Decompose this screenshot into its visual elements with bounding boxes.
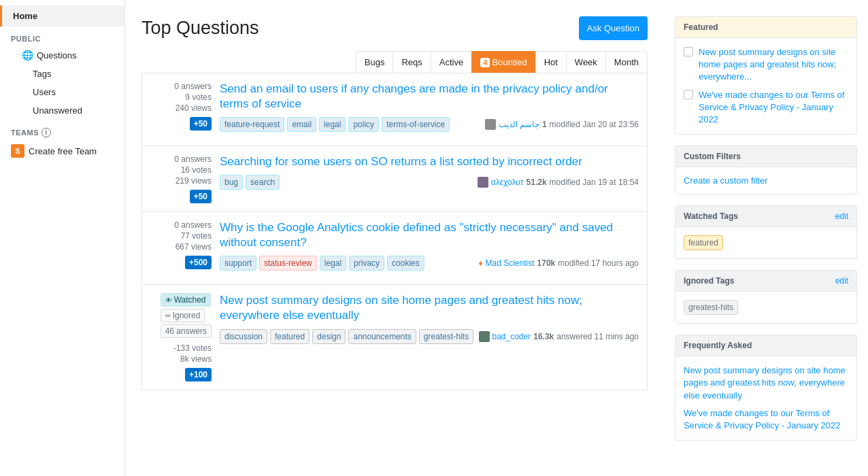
tags-row: support status-review legal privacy cook… xyxy=(220,256,639,271)
frequently-asked-body: New post summary designs on site home pa… xyxy=(675,356,856,440)
ignored-tags-body: greatest-hits xyxy=(675,292,856,323)
views-stat: 240 views xyxy=(176,103,212,113)
views-stat: 667 views xyxy=(176,242,212,252)
bounty-badge: +500 xyxy=(185,256,212,269)
sidebar-item-tags[interactable]: Tags xyxy=(0,65,124,83)
globe-icon: 🌐 xyxy=(22,50,33,61)
watched-badge: 👁 Watched xyxy=(161,293,211,307)
featured-link[interactable]: New post summary designs on site home pa… xyxy=(699,46,848,84)
tag-bug[interactable]: bug xyxy=(220,175,243,190)
question-title[interactable]: Why is the Google Analytics cookie defin… xyxy=(220,220,639,250)
diamond-icon: ♦ xyxy=(478,258,482,268)
list-item: We've made changes to our Terms of Servi… xyxy=(684,407,848,432)
tab-hot[interactable]: Hot xyxy=(535,51,567,73)
question-title[interactable]: Searching for some users on SO returns a… xyxy=(220,154,639,169)
sidebar-item-users[interactable]: Users xyxy=(0,83,124,101)
question-title[interactable]: New post summary designs on site home pa… xyxy=(220,293,639,323)
bountied-badge: 4 xyxy=(480,58,490,67)
create-team-icon: S xyxy=(11,144,24,158)
main-header: Top Questions Ask Question xyxy=(141,16,648,40)
votes-stat: 16 votes xyxy=(181,165,212,175)
main-content: Top Questions Ask Question Bugs Reqs Act… xyxy=(125,0,664,476)
tab-week[interactable]: Week xyxy=(566,51,606,73)
frequently-asked-link[interactable]: New post summary designs on site home pa… xyxy=(684,365,846,400)
question-stats: 0 answers 16 votes 219 views +50 xyxy=(150,154,212,203)
question-stats: 👁 Watched ✏ Ignored 46 answers xyxy=(150,293,212,381)
tab-month[interactable]: Month xyxy=(605,51,648,73)
sidebar-item-unanswered[interactable]: Unanswered xyxy=(0,101,124,120)
frequently-asked-widget: Frequently Asked New post summary design… xyxy=(675,335,857,441)
create-filter-link[interactable]: Create a custom filter xyxy=(684,175,768,186)
views-stat: 8k views xyxy=(180,354,212,364)
ignored-tag[interactable]: greatest-hits xyxy=(684,300,738,315)
featured-widget-header: Featured xyxy=(675,17,856,38)
tab-bugs[interactable]: Bugs xyxy=(356,51,394,73)
tag-cookies[interactable]: cookies xyxy=(387,256,424,271)
tag-status-review[interactable]: status-review xyxy=(259,256,317,271)
question-content: Why is the Google Analytics cookie defin… xyxy=(220,220,639,276)
user-rep: 51.2k xyxy=(527,177,547,187)
sidebar-item-questions[interactable]: 🌐 Questions xyxy=(0,46,124,65)
tag-legal[interactable]: legal xyxy=(319,117,346,132)
question-meta: ♦ Mad Scientist 170k modified 17 hours a… xyxy=(478,258,639,268)
tag-privacy[interactable]: privacy xyxy=(349,256,384,271)
create-team-button[interactable]: S Create free Team xyxy=(0,140,124,162)
bounty-badge: +50 xyxy=(190,190,212,203)
bounty-badge: +100 xyxy=(185,368,212,381)
user-name[interactable]: Mad Scientist xyxy=(486,258,535,268)
watched-tag[interactable]: featured xyxy=(684,235,723,250)
watched-ignored-badges: 👁 Watched ✏ Ignored 46 answers xyxy=(161,293,212,338)
watched-tags-edit[interactable]: edit xyxy=(835,211,848,221)
question-content: Searching for some users on SO returns a… xyxy=(220,154,639,203)
frequently-asked-header: Frequently Asked xyxy=(675,335,856,356)
list-item: New post summary designs on site home pa… xyxy=(684,364,848,402)
custom-filters-body: Create a custom filter xyxy=(675,167,856,194)
tag-tos[interactable]: terms-of-service xyxy=(382,117,450,132)
tag-policy[interactable]: policy xyxy=(348,117,379,132)
ignored-tags-header: Ignored Tags edit xyxy=(675,271,856,292)
answers-stat: 0 answers xyxy=(174,154,212,164)
tag-featured[interactable]: featured xyxy=(270,329,310,344)
question-title[interactable]: Send an email to users if any changes ar… xyxy=(220,82,639,112)
tags-row: feature-request email legal policy terms… xyxy=(220,117,639,132)
tag-announcements[interactable]: announcements xyxy=(348,329,416,344)
user-name[interactable]: bad_coder xyxy=(493,332,531,341)
tab-bountied[interactable]: 4Bountied xyxy=(471,51,535,73)
votes-stat: -133 votes xyxy=(173,343,212,353)
featured-checkbox[interactable] xyxy=(684,90,693,99)
answers-stat: 0 answers xyxy=(174,82,212,91)
featured-checkbox[interactable] xyxy=(684,47,693,56)
teams-info-icon[interactable]: i xyxy=(41,128,51,137)
watched-tags-body: featured xyxy=(675,227,856,258)
ignored-tags-edit[interactable]: edit xyxy=(835,276,848,286)
user-rep: 170k xyxy=(537,258,556,268)
ask-question-button[interactable]: Ask Question xyxy=(579,16,648,40)
featured-link[interactable]: We've made changes to our Terms of Servi… xyxy=(699,89,848,126)
tag-support[interactable]: support xyxy=(220,256,256,271)
sidebar-item-home[interactable]: Home xyxy=(0,5,124,27)
tag-discussion[interactable]: discussion xyxy=(220,329,267,344)
tag-search[interactable]: search xyxy=(246,175,280,190)
ignored-tags-widget: Ignored Tags edit greatest-hits xyxy=(675,270,857,324)
table-row: 0 answers 16 votes 219 views +50 Searchi… xyxy=(142,146,647,212)
tag-greatest-hits[interactable]: greatest-hits xyxy=(419,329,473,344)
tag-email[interactable]: email xyxy=(287,117,316,132)
tag-feature-request[interactable]: feature-request xyxy=(220,117,284,132)
question-meta: bad_coder 16.3k answered 11 mins ago xyxy=(479,331,639,342)
tabs-container: Bugs Reqs Active 4Bountied Hot Week Mont… xyxy=(356,51,648,73)
user-name[interactable]: جاسم الذيب xyxy=(499,120,539,129)
pencil-icon: ✏ xyxy=(165,312,171,320)
tag-design[interactable]: design xyxy=(312,329,346,344)
tags-row: discussion featured design announcements… xyxy=(220,329,639,344)
tab-reqs[interactable]: Reqs xyxy=(393,51,431,73)
questions-list: 0 answers 9 votes 240 views +50 Send an … xyxy=(141,73,648,390)
user-rep: 1 xyxy=(542,120,547,129)
tag-legal[interactable]: legal xyxy=(320,256,346,271)
modified-time: answered 11 mins ago xyxy=(556,332,639,341)
custom-filters-widget: Custom Filters Create a custom filter xyxy=(675,146,857,194)
tab-active[interactable]: Active xyxy=(431,51,472,73)
frequently-asked-link[interactable]: We've made changes to our Terms of Servi… xyxy=(684,408,840,430)
watched-tags-header: Watched Tags edit xyxy=(675,206,856,227)
user-name[interactable]: αλεχολυτ xyxy=(491,177,524,187)
answers-stat: 0 answers xyxy=(174,220,212,230)
